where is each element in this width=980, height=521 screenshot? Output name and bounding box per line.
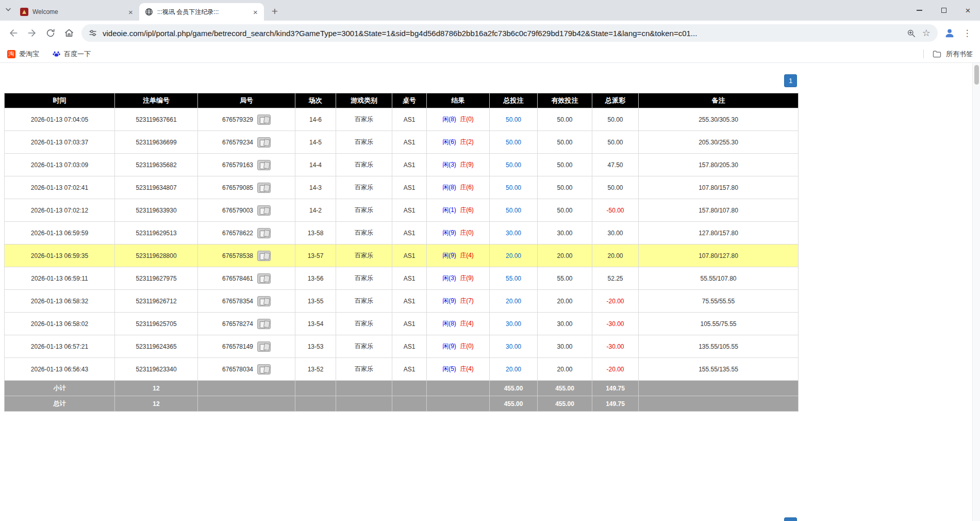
card-result-thumbnail[interactable] — [257, 364, 271, 375]
cell-remark: 205.30/255.30 — [639, 131, 799, 154]
bet-records-table: 时间注单编号局号场次游戏类别桌号结果总投注有效投注总派彩备注 2026-01-1… — [4, 93, 799, 412]
cell-total-bet-link[interactable]: 50.00 — [490, 154, 538, 176]
round-number: 676578622 — [222, 230, 253, 237]
cell-total-bet-link[interactable]: 30.00 — [490, 222, 538, 245]
cell-bet-number: 523119624365 — [115, 335, 198, 358]
maximize-button[interactable] — [932, 0, 956, 21]
card-result-thumbnail[interactable] — [257, 341, 271, 352]
home-button[interactable] — [60, 24, 78, 42]
result-banker: 庄(9) — [460, 274, 474, 282]
back-button[interactable] — [4, 24, 23, 42]
result-player: 闲(3) — [442, 274, 456, 282]
cell-result: 闲(3) 庄(9) — [427, 267, 490, 290]
round-number: 676579003 — [222, 207, 253, 214]
cell-result: 闲(3) 庄(9) — [427, 154, 490, 176]
bookmark-baidu[interactable]: 百度一下 — [53, 50, 91, 59]
cell-time: 2026-01-13 06:59:11 — [5, 267, 115, 290]
cell-table-number: AS1 — [392, 335, 427, 358]
bookmark-label: 百度一下 — [64, 50, 91, 59]
cell-remark: 107.80/157.80 — [639, 176, 799, 199]
card-result-thumbnail[interactable] — [257, 319, 271, 329]
browser-menu-button[interactable]: ⋮ — [958, 24, 976, 42]
pagination-page-1[interactable]: 1 — [784, 74, 797, 87]
profile-avatar[interactable] — [941, 24, 958, 42]
cell-total-bet-link[interactable]: 30.00 — [490, 313, 538, 335]
card-result-thumbnail[interactable] — [257, 273, 271, 284]
cell-total-bet-link[interactable]: 20.00 — [490, 358, 538, 381]
cell-valid-bet: 20.00 — [538, 358, 592, 381]
cell-total-bet-link[interactable]: 50.00 — [490, 199, 538, 222]
url-text[interactable]: videoie.com/ipl/portal.php/game/betrecor… — [103, 29, 901, 38]
close-window-button[interactable]: × — [956, 0, 980, 21]
cell-bet-number: 523119628800 — [115, 245, 198, 267]
cell-time: 2026-01-13 06:58:02 — [5, 313, 115, 335]
cell-round-number: 676578622 — [198, 222, 295, 245]
browser-toolbar: videoie.com/ipl/portal.php/game/betrecor… — [0, 21, 980, 45]
round-number: 676579234 — [222, 139, 253, 146]
zoom-icon[interactable] — [907, 29, 916, 38]
round-number: 676578461 — [222, 275, 253, 282]
cell-total-bet-link[interactable]: 55.00 — [490, 267, 538, 290]
tab-close-icon[interactable]: × — [126, 8, 135, 17]
cell-game-type: 百家乐 — [336, 222, 392, 245]
cell-time: 2026-01-13 07:03:37 — [5, 131, 115, 154]
cell-game-type: 百家乐 — [336, 267, 392, 290]
site-settings-icon[interactable] — [89, 29, 97, 37]
card-result-thumbnail[interactable] — [257, 115, 271, 125]
address-bar[interactable]: videoie.com/ipl/portal.php/game/betrecor… — [81, 24, 938, 42]
column-header: 注单编号 — [115, 93, 198, 108]
page-content: 1 时间注单编号局号场次游戏类别桌号结果总投注有效投注总派彩备注 2026-01… — [0, 63, 980, 521]
scrollbar-thumb[interactable] — [974, 65, 979, 85]
tab-betrecord[interactable]: :::视讯 会员下注纪录::: × — [139, 3, 264, 21]
cell-payout: 50.00 — [592, 108, 639, 131]
card-result-thumbnail[interactable] — [257, 205, 271, 216]
maximize-icon — [941, 8, 946, 13]
summary-payout: 149.75 — [592, 396, 639, 412]
result-player: 闲(9) — [442, 343, 456, 350]
cell-time: 2026-01-13 07:02:12 — [5, 199, 115, 222]
cell-total-bet-link[interactable]: 20.00 — [490, 245, 538, 267]
result-banker: 庄(6) — [460, 184, 474, 191]
chevron-down-icon[interactable] — [5, 8, 11, 12]
result-banker: 庄(4) — [460, 252, 474, 259]
card-result-thumbnail[interactable] — [257, 160, 271, 170]
scrollbar[interactable] — [972, 63, 980, 521]
card-result-thumbnail[interactable] — [257, 228, 271, 238]
cell-table-number: AS1 — [392, 199, 427, 222]
pagination-bottom[interactable]: 1 — [784, 517, 797, 521]
globe-favicon-icon — [145, 8, 153, 16]
bookmark-taobao[interactable]: 淘 爱淘宝 — [7, 50, 39, 59]
forward-button[interactable] — [23, 24, 41, 42]
tab-close-icon[interactable]: × — [251, 8, 260, 17]
table-row: 2026-01-13 06:59:35 523119628800 6765785… — [5, 245, 799, 267]
table-row: 2026-01-13 06:58:32 523119626712 6765783… — [5, 290, 799, 313]
cell-total-bet-link[interactable]: 50.00 — [490, 131, 538, 154]
cell-total-bet-link[interactable]: 20.00 — [490, 290, 538, 313]
cell-total-bet-link[interactable]: 50.00 — [490, 176, 538, 199]
cell-session: 14-4 — [295, 154, 336, 176]
cell-table-number: AS1 — [392, 222, 427, 245]
result-player: 闲(8) — [442, 116, 456, 123]
bookmark-star-icon[interactable]: ☆ — [922, 28, 931, 38]
card-result-thumbnail[interactable] — [257, 183, 271, 193]
tab-welcome[interactable]: Welcome × — [14, 3, 139, 21]
result-banker: 庄(2) — [460, 138, 474, 145]
column-header: 时间 — [5, 93, 115, 108]
cell-remark: 255.30/305.30 — [639, 108, 799, 131]
tab-title: Welcome — [32, 8, 122, 15]
cell-valid-bet: 50.00 — [538, 154, 592, 176]
result-player: 闲(6) — [442, 138, 456, 145]
cell-result: 闲(1) 庄(6) — [427, 199, 490, 222]
card-result-thumbnail[interactable] — [257, 296, 271, 306]
minimize-button[interactable] — [907, 0, 932, 21]
tab-strip: Welcome × :::视讯 会员下注纪录::: × + × — [0, 0, 980, 21]
cell-total-bet-link[interactable]: 50.00 — [490, 108, 538, 131]
cell-session: 14-2 — [295, 199, 336, 222]
card-result-thumbnail[interactable] — [257, 137, 271, 148]
all-bookmarks-button[interactable]: 所有书签 — [923, 50, 973, 59]
card-result-thumbnail[interactable] — [257, 251, 271, 261]
cell-table-number: AS1 — [392, 108, 427, 131]
reload-button[interactable] — [41, 24, 60, 42]
cell-total-bet-link[interactable]: 30.00 — [490, 335, 538, 358]
new-tab-button[interactable]: + — [268, 4, 282, 19]
